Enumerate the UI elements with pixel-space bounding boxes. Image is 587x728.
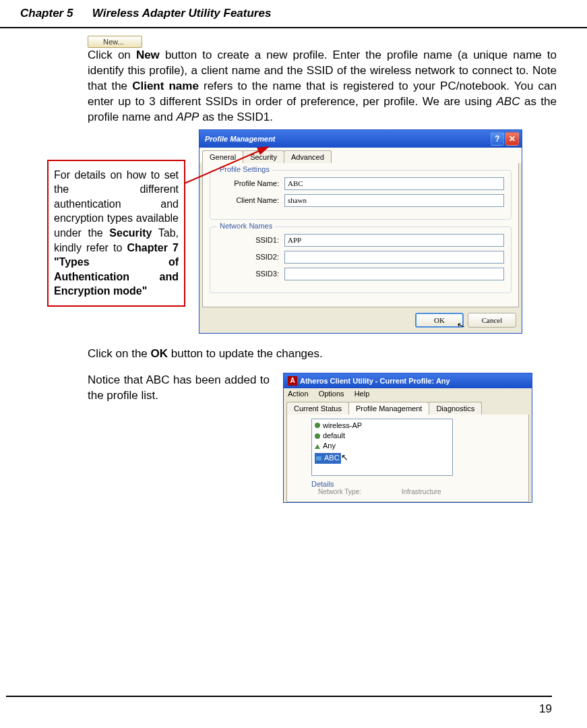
network-names-legend: Network Names: [217, 222, 275, 230]
profile-name-input[interactable]: [284, 177, 504, 190]
arrow-annotation: [182, 142, 276, 189]
ssid2-label: SSID2:: [217, 253, 284, 261]
menu-help[interactable]: Help: [354, 390, 370, 398]
notice-paragraph: Notice that ABC has been added to the pr…: [88, 373, 270, 404]
page-number: 19: [539, 702, 552, 715]
menu-action[interactable]: Action: [288, 390, 309, 398]
list-item[interactable]: wireless-AP: [315, 421, 450, 431]
new-button-image: New...: [88, 36, 142, 48]
menu-options[interactable]: Options: [319, 390, 344, 398]
network-names-group: Network Names SSID1: SSID2: SSID3:: [210, 226, 512, 293]
cursor-icon: ↖: [455, 318, 466, 332]
help-button[interactable]: ?: [491, 132, 504, 146]
details-label: Details: [311, 480, 524, 488]
tab-current-status[interactable]: Current Status: [286, 402, 349, 415]
ok-instruction-paragraph: Click on the OK button to update the cha…: [88, 347, 557, 361]
ssid1-input[interactable]: [284, 234, 504, 247]
ok-button[interactable]: OK ↖: [415, 313, 464, 328]
list-item[interactable]: default: [315, 431, 450, 441]
list-item-selected[interactable]: ABC: [315, 453, 341, 463]
client-name-label: Client Name:: [217, 196, 284, 204]
details-row: Network Type: Infrastructure: [318, 488, 524, 495]
intro-paragraph: Click on New button to create a new prof…: [88, 48, 557, 125]
close-button[interactable]: ✕: [505, 132, 519, 146]
chapter-title: Wireless Adapter Utility Features: [92, 7, 272, 20]
client-utility-titlebar: A Atheros Client Utility - Current Profi…: [284, 373, 532, 388]
client-utility-dialog: A Atheros Client Utility - Current Profi…: [283, 373, 532, 503]
ssid3-input[interactable]: [284, 268, 504, 280]
active-profile-icon: [315, 444, 320, 449]
security-info-box: For details on how to set the different …: [47, 160, 185, 307]
tab-profile-management[interactable]: Profile Management: [348, 402, 429, 415]
client-name-input[interactable]: [284, 194, 504, 207]
profile-icon: [315, 423, 320, 428]
client-utility-title: Atheros Client Utility - Current Profile…: [300, 377, 450, 385]
ssid3-label: SSID3:: [217, 270, 284, 278]
tab-advanced[interactable]: Advanced: [284, 150, 332, 163]
chapter-number: Chapter 5: [20, 7, 73, 20]
chapter-header: Chapter 5 Wireless Adapter Utility Featu…: [0, 0, 587, 28]
page-footer: 19: [6, 696, 552, 716]
ssid1-label: SSID1:: [217, 236, 284, 244]
atheros-logo-icon: A: [288, 376, 297, 386]
profile-listbox[interactable]: wireless-AP default Any ABC↖: [311, 419, 453, 476]
svg-line-0: [185, 147, 268, 183]
profile-icon: [316, 456, 321, 460]
ssid2-input[interactable]: [284, 251, 504, 264]
cancel-button[interactable]: Cancel: [468, 313, 516, 328]
profile-icon: [315, 433, 320, 439]
cursor-icon: ↖: [341, 452, 348, 462]
list-item[interactable]: Any: [315, 441, 450, 451]
menu-bar: Action Options Help: [284, 388, 532, 399]
tab-diagnostics[interactable]: Diagnostics: [429, 402, 482, 415]
